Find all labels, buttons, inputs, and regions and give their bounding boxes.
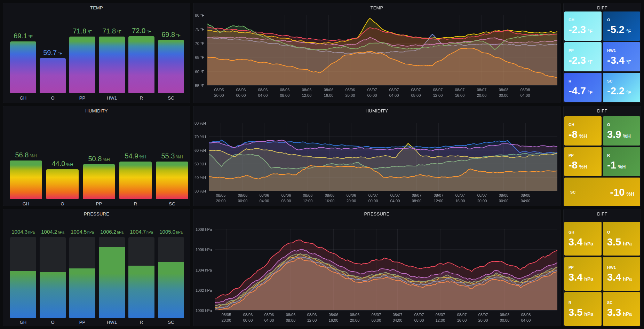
diff-tile-gh: GH3.4hPa	[564, 222, 602, 256]
diff-tile-label: GH	[569, 230, 597, 234]
pressure-timeseries-canvas[interactable]	[193, 209, 560, 326]
bar-label-sc: SC	[158, 320, 184, 325]
bar-value-sc: 55.3%H	[150, 152, 190, 160]
panel-title-pressure-chart[interactable]: PRESSURE	[193, 211, 560, 217]
diff-tile-value: -8%H	[569, 160, 597, 170]
bar-value-gh: 56.8%H	[3, 151, 48, 159]
bar-r	[128, 266, 154, 318]
diff-tile-r: R3.5hPa	[564, 292, 602, 326]
diff-tile-hw1: HW1-3.4°F	[603, 42, 640, 71]
bar-value-o: 59.7°F	[33, 49, 72, 57]
diff-tile-value: -2.3°F	[569, 25, 597, 35]
diff-tile-sc: SC-10%H	[564, 178, 640, 206]
panel-title-temp-chart[interactable]: TEMP	[193, 5, 560, 10]
diff-tile-value: 3.3hPa	[607, 307, 636, 318]
pressure-diff-tiles: GH3.4hPaO3.5hPaPP3.4hPaHW13.4hPaR3.5hPaS…	[564, 222, 640, 326]
diff-tile-label: HW1	[607, 48, 636, 53]
bar-hw1	[99, 247, 125, 318]
diff-tile-value: 3.4hPa	[569, 272, 597, 282]
diff-tile-hw1: HW13.4hPa	[603, 257, 640, 291]
bar-r	[128, 36, 154, 93]
diff-tile-value: 3.4hPa	[607, 272, 636, 282]
diff-tile-r: R-1%H	[603, 147, 640, 176]
bar-gh	[10, 41, 36, 93]
bar-pp	[83, 164, 115, 199]
diff-tile-label: O	[607, 18, 636, 22]
diff-tile-sc: SC-2.2°F	[603, 73, 640, 102]
bar-hw1	[99, 37, 125, 93]
bar-label-gh: GH	[10, 95, 36, 101]
bar-label-hw1: HW1	[99, 95, 125, 101]
diff-tile-value: -2.3°F	[569, 55, 597, 65]
diff-tile-o: O3.5hPa	[603, 222, 640, 256]
bar-o	[40, 272, 66, 318]
diff-tile-o: O-5.2°F	[603, 11, 640, 41]
diff-tile-label: SC	[607, 300, 636, 305]
panel-title-pressure-bars[interactable]: PRESSURE	[3, 211, 190, 217]
diff-tile-value: 3.4hPa	[569, 237, 597, 247]
diff-tile-label: R	[569, 79, 597, 83]
bar-pp	[69, 268, 95, 318]
humidity-timeseries-canvas[interactable]	[193, 106, 560, 206]
panel-temp-bargauge: TEMP 69.1°FGH59.7°FO71.8°FPP71.8°FHW172.…	[3, 3, 190, 103]
panel-title-humidity-diff[interactable]: DIFF	[564, 108, 641, 113]
temp-timeseries-canvas[interactable]	[193, 3, 560, 103]
bar-o	[40, 58, 66, 93]
pressure-bargauge-body: 1004.3hPaGH1004.2hPaO1004.5hPaPP1006.2hP…	[3, 209, 190, 326]
diff-tile-value: -3.4°F	[607, 55, 636, 65]
bar-gh	[10, 160, 42, 199]
bar-sc	[158, 40, 184, 93]
diff-tile-value: -4.7°F	[569, 86, 597, 96]
panel-title-temp-diff[interactable]: DIFF	[564, 5, 641, 10]
panel-title-humidity-bars[interactable]: HUMIDITY	[3, 108, 190, 113]
diff-tile-value: -10%H	[610, 187, 634, 197]
panel-humidity-bargauge: HUMIDITY 56.8%HGH44.0%HO50.8%HPP54.9%HR5…	[3, 106, 190, 206]
panel-pressure-diff: DIFF GH3.4hPaO3.5hPaPP3.4hPaHW13.4hPaR3.…	[563, 209, 641, 326]
panel-title-pressure-diff[interactable]: DIFF	[564, 211, 641, 217]
diff-tile-label: PP	[569, 48, 597, 53]
bar-label-gh: GH	[10, 201, 42, 206]
diff-tile-label: GH	[569, 123, 597, 127]
diff-tile-o: O3.9%H	[603, 116, 640, 146]
diff-tile-label: O	[607, 123, 636, 127]
diff-tile-sc: SC3.3hPa	[603, 292, 640, 326]
bar-label-r: R	[128, 320, 154, 325]
diff-tile-value: 3.5hPa	[607, 237, 636, 247]
bar-label-o: O	[40, 95, 66, 101]
bar-value-sc: 1005.0hPa	[152, 229, 190, 235]
diff-tile-value: -1%H	[607, 160, 636, 170]
diff-tile-label: R	[569, 300, 597, 305]
panel-humidity-timeseries: HUMIDITY	[193, 106, 560, 206]
weather-dashboard: TEMP 69.1°FGH59.7°FO71.8°FPP71.8°FHW172.…	[0, 0, 644, 329]
bar-label-o: O	[46, 201, 79, 206]
bar-label-r: R	[128, 95, 154, 101]
diff-tile-pp: PP-8%H	[564, 147, 602, 176]
bar-label-o: O	[40, 320, 66, 325]
diff-tile-label: SC	[570, 190, 576, 194]
bar-pp	[69, 37, 95, 93]
diff-tile-pp: PP3.4hPa	[564, 257, 602, 291]
bar-label-sc: SC	[158, 95, 184, 101]
diff-tile-label: O	[607, 230, 636, 234]
temp-bargauge-body: 69.1°FGH59.7°FO71.8°FPP71.8°FHW172.0°FR6…	[3, 3, 190, 103]
bar-label-pp: PP	[83, 201, 115, 206]
panel-temp-timeseries: TEMP	[193, 3, 560, 103]
humidity-diff-tiles: GH-8%HO3.9%HPP-8%HR-1%HSC-10%H	[564, 116, 640, 206]
panel-title-temp-bars[interactable]: TEMP	[3, 5, 190, 10]
bar-sc	[156, 162, 188, 199]
diff-tile-label: HW1	[607, 265, 636, 269]
humidity-bargauge-body: 56.8%HGH44.0%HO50.8%HPP54.9%HR55.3%HSC	[3, 106, 190, 206]
panel-pressure-bargauge: PRESSURE 1004.3hPaGH1004.2hPaO1004.5hPaP…	[3, 209, 190, 326]
bar-label-gh: GH	[10, 320, 36, 325]
diff-tile-value: -8%H	[569, 130, 597, 140]
diff-tile-gh: GH-8%H	[564, 116, 602, 146]
bar-label-r: R	[119, 201, 152, 206]
panel-title-humidity-chart[interactable]: HUMIDITY	[193, 108, 560, 113]
bar-value-sc: 69.8°F	[152, 31, 190, 39]
panel-pressure-timeseries: PRESSURE	[193, 209, 560, 326]
diff-tile-label: PP	[569, 265, 597, 269]
bar-label-pp: PP	[69, 95, 95, 101]
panel-temp-diff: DIFF GH-2.3°FO-5.2°FPP-2.3°FHW1-3.4°FR-4…	[563, 3, 641, 103]
diff-tile-label: SC	[607, 79, 636, 83]
diff-tile-value: -2.2°F	[607, 86, 636, 96]
